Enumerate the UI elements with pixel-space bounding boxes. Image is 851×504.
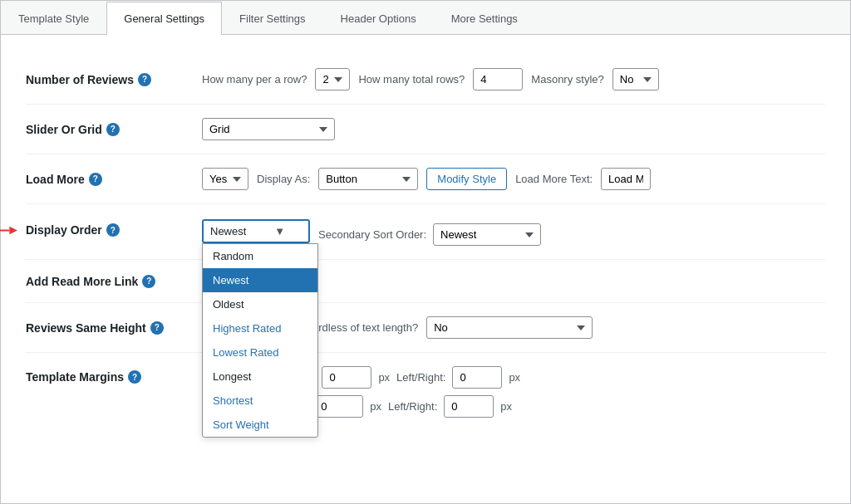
svg-marker-1 bbox=[9, 227, 17, 235]
desktop-leftright-label: Left/Right: bbox=[396, 371, 445, 384]
number-of-reviews-help[interactable]: ? bbox=[138, 73, 151, 86]
add-read-more-row: Add Read More Link ? bbox=[26, 260, 825, 303]
tab-more-settings[interactable]: More Settings bbox=[434, 2, 535, 35]
desktop-leftright-input[interactable] bbox=[452, 366, 502, 389]
modify-style-button[interactable]: Modify Style bbox=[426, 168, 507, 190]
dropdown-item-lowest-rated[interactable]: Lowest Rated bbox=[203, 340, 317, 365]
tabs-container: Template Style General Settings Filter S… bbox=[1, 1, 850, 35]
desktop-leftright-px: px bbox=[509, 371, 520, 384]
add-read-more-label: Add Read More Link ? bbox=[26, 275, 192, 288]
desktop-topbottom-px: px bbox=[378, 371, 390, 384]
settings-content: Number of Reviews ? How many per a row? … bbox=[1, 35, 850, 451]
load-more-enabled-select[interactable]: Yes No bbox=[202, 168, 248, 190]
total-rows-label: How many total rows? bbox=[358, 73, 465, 86]
dropdown-item-oldest[interactable]: Oldest bbox=[203, 292, 317, 316]
template-margins-help[interactable]: ? bbox=[128, 370, 141, 384]
display-order-label: Display Order ? bbox=[26, 219, 192, 237]
display-order-row: Display Order ? Newest ▼ Random Newest O… bbox=[26, 204, 825, 260]
number-of-reviews-label: Number of Reviews ? bbox=[26, 73, 192, 86]
reviews-same-height-row: Reviews Same Height ? be the same height… bbox=[26, 303, 825, 353]
slider-or-grid-row: Slider Or Grid ? Grid Slider bbox=[26, 105, 825, 154]
tab-header-options[interactable]: Header Options bbox=[323, 2, 434, 35]
per-row-select[interactable]: 2 1 3 4 5 6 bbox=[315, 68, 350, 91]
masonry-select[interactable]: No Yes bbox=[612, 68, 659, 91]
per-row-label: How many per a row? bbox=[202, 73, 307, 86]
secondary-sort-label: Secondary Sort Order: bbox=[318, 228, 426, 241]
mobile-topbottom-px: px bbox=[370, 400, 381, 413]
mobile-topbottom-input[interactable] bbox=[313, 395, 363, 418]
dropdown-item-shortest[interactable]: Shortest bbox=[203, 389, 317, 413]
tab-general-settings[interactable]: General Settings bbox=[106, 2, 222, 35]
number-of-reviews-controls: How many per a row? 2 1 3 4 5 6 How many… bbox=[202, 68, 659, 91]
display-order-selected: Newest bbox=[210, 225, 246, 237]
dropdown-item-longest[interactable]: Longest bbox=[203, 365, 317, 389]
load-more-controls: Yes No Display As: Button Infinite Scrol… bbox=[202, 168, 651, 190]
desktop-topbottom-input[interactable] bbox=[322, 366, 371, 389]
display-as-select[interactable]: Button Infinite Scroll Pagination bbox=[318, 168, 418, 190]
display-order-help[interactable]: ? bbox=[106, 223, 120, 237]
load-more-label: Load More ? bbox=[26, 173, 192, 186]
mobile-leftright-label: Left/Right: bbox=[388, 400, 437, 413]
secondary-sort-select[interactable]: Newest Oldest Highest Rated Lowest Rated… bbox=[433, 223, 541, 246]
number-of-reviews-row: Number of Reviews ? How many per a row? … bbox=[26, 55, 825, 105]
mobile-leftright-px: px bbox=[500, 400, 512, 413]
load-more-text-input[interactable] bbox=[601, 168, 651, 190]
reviews-same-height-label: Reviews Same Height ? bbox=[26, 321, 192, 335]
masonry-label: Masonry style? bbox=[531, 73, 603, 86]
chevron-down-icon: ▼ bbox=[274, 225, 285, 237]
slider-or-grid-help[interactable]: ? bbox=[106, 123, 120, 136]
display-as-label: Display As: bbox=[257, 173, 310, 185]
add-read-more-help[interactable]: ? bbox=[142, 275, 155, 288]
total-rows-input[interactable] bbox=[473, 68, 523, 91]
load-more-help[interactable]: ? bbox=[89, 173, 102, 186]
display-order-wrapper: Newest ▼ Random Newest Oldest Highest Ra… bbox=[202, 219, 310, 243]
mobile-leftright-input[interactable] bbox=[444, 395, 494, 418]
display-order-select[interactable]: Newest ▼ bbox=[202, 219, 310, 243]
slider-or-grid-controls: Grid Slider bbox=[202, 118, 335, 140]
tab-template-style[interactable]: Template Style bbox=[1, 2, 106, 35]
reviews-same-height-select[interactable]: No Yes bbox=[426, 316, 593, 339]
settings-panel: Template Style General Settings Filter S… bbox=[0, 0, 851, 504]
template-margins-label: Template Margins ? bbox=[26, 366, 192, 384]
dropdown-item-newest[interactable]: Newest bbox=[203, 268, 317, 292]
dropdown-item-highest-rated[interactable]: Highest Rated bbox=[203, 316, 317, 340]
secondary-sort-controls: Secondary Sort Order: Newest Oldest High… bbox=[318, 219, 541, 246]
load-more-text-label: Load More Text: bbox=[515, 173, 593, 185]
slider-or-grid-label: Slider Or Grid ? bbox=[26, 123, 192, 136]
reviews-same-height-help[interactable]: ? bbox=[150, 321, 164, 335]
dropdown-item-random[interactable]: Random bbox=[203, 244, 317, 268]
template-margins-row: Template Margins ? Desktop - Top/Bottom:… bbox=[26, 353, 825, 431]
tab-filter-settings[interactable]: Filter Settings bbox=[222, 2, 322, 35]
load-more-row: Load More ? Yes No Display As: Button In… bbox=[26, 154, 825, 204]
slider-or-grid-select[interactable]: Grid Slider bbox=[202, 118, 335, 140]
arrow-indicator bbox=[0, 221, 17, 243]
display-order-dropdown: Random Newest Oldest Highest Rated Lowes… bbox=[202, 243, 318, 438]
display-order-controls: Newest ▼ Random Newest Oldest Highest Ra… bbox=[202, 219, 541, 246]
dropdown-item-sort-weight[interactable]: Sort Weight bbox=[203, 413, 317, 437]
